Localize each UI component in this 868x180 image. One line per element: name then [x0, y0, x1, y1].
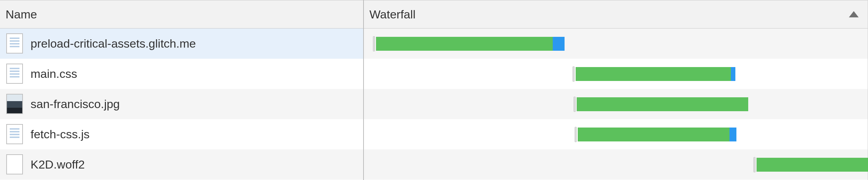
waiting-segment: [577, 97, 748, 111]
name-column-header[interactable]: Name: [0, 0, 363, 28]
timing-bar[interactable]: [573, 67, 736, 81]
resource-name: san-francisco.jpg: [31, 97, 120, 111]
resource-name: main.css: [31, 67, 77, 81]
name-rows: preload-critical-assets.glitch.memain.cs…: [0, 28, 363, 180]
waiting-segment: [578, 128, 730, 141]
resource-name: preload-critical-assets.glitch.me: [31, 37, 196, 50]
content-segment: [729, 128, 736, 141]
queue-tick-icon: [573, 66, 575, 82]
name-column: Name preload-critical-assets.glitch.mema…: [0, 0, 364, 180]
timing-bar[interactable]: [575, 128, 737, 141]
queue-tick-icon: [753, 157, 756, 172]
waterfall-row[interactable]: [364, 89, 868, 119]
resource-name: K2D.woff2: [31, 158, 85, 171]
waiting-segment: [576, 67, 731, 81]
table-row[interactable]: san-francisco.jpg: [0, 89, 363, 119]
waterfall-row[interactable]: [364, 119, 868, 149]
content-segment: [731, 67, 735, 81]
waiting-segment: [376, 37, 553, 51]
doc-icon: [6, 64, 23, 84]
table-row[interactable]: K2D.woff2: [0, 149, 363, 180]
queue-tick-icon: [574, 97, 576, 112]
content-segment: [553, 37, 565, 51]
image-icon: [6, 94, 23, 114]
waterfall-row[interactable]: [364, 59, 868, 89]
waiting-segment: [757, 158, 868, 172]
waterfall-rows: [364, 28, 868, 180]
doc-icon: [6, 33, 23, 54]
waterfall-row[interactable]: [364, 149, 868, 180]
waterfall-column-header[interactable]: Waterfall: [364, 0, 868, 28]
sort-ascending-icon: [849, 11, 859, 17]
blank-icon: [6, 154, 23, 174]
timing-bar[interactable]: [753, 158, 868, 172]
timing-bar[interactable]: [574, 97, 748, 111]
resource-name: fetch-css.js: [31, 128, 90, 141]
table-row[interactable]: preload-critical-assets.glitch.me: [0, 28, 363, 59]
table-row[interactable]: fetch-css.js: [0, 119, 363, 149]
name-header-label: Name: [6, 8, 37, 21]
table-row[interactable]: main.css: [0, 59, 363, 89]
network-panel: Name preload-critical-assets.glitch.mema…: [0, 0, 868, 180]
queue-tick-icon: [575, 127, 577, 142]
waterfall-row[interactable]: [364, 28, 868, 59]
waterfall-header-label: Waterfall: [369, 8, 416, 21]
timing-bar[interactable]: [373, 37, 565, 51]
queue-tick-icon: [373, 36, 375, 51]
waterfall-column: Waterfall: [364, 0, 868, 180]
doc-icon: [6, 124, 23, 144]
